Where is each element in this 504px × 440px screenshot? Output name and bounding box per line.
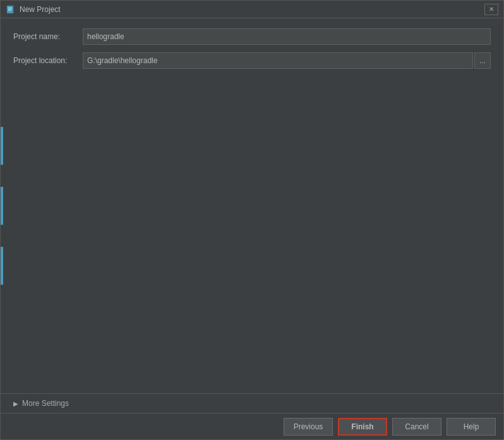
- content-spacer: [13, 76, 491, 383]
- dialog-content: Project name: Project location: ...: [1, 18, 503, 393]
- close-button[interactable]: ✕: [484, 4, 498, 15]
- more-settings-section[interactable]: ▶ More Settings: [1, 393, 503, 413]
- browse-button[interactable]: ...: [474, 52, 491, 69]
- more-settings-label: More Settings: [22, 399, 69, 408]
- cancel-button[interactable]: Cancel: [392, 418, 441, 436]
- svg-rect-2: [8, 9, 12, 9]
- project-location-input[interactable]: [83, 52, 473, 69]
- help-button[interactable]: Help: [447, 418, 496, 436]
- left-accent-1: [1, 127, 3, 165]
- dialog-footer: Previous Finish Cancel Help: [1, 413, 503, 439]
- project-location-row: Project location: ...: [13, 52, 491, 69]
- project-location-label: Project location:: [13, 56, 83, 65]
- window-title: New Project: [20, 5, 61, 14]
- left-accent-3: [1, 247, 3, 285]
- project-name-label: Project name:: [13, 32, 83, 41]
- svg-rect-1: [8, 8, 12, 8]
- project-name-row: Project name:: [13, 28, 491, 45]
- title-bar-left: New Project: [6, 4, 61, 15]
- project-name-input[interactable]: [83, 28, 491, 45]
- previous-button[interactable]: Previous: [284, 418, 333, 436]
- new-project-icon: [6, 4, 16, 15]
- title-bar-controls: ✕: [484, 4, 498, 15]
- dialog-window: New Project ✕ Project name: Project loca…: [0, 0, 504, 440]
- finish-button[interactable]: Finish: [338, 418, 387, 436]
- svg-rect-3: [8, 10, 11, 11]
- left-accent-2: [1, 187, 3, 225]
- more-settings-arrow: ▶: [13, 400, 18, 407]
- title-bar: New Project ✕: [1, 1, 503, 18]
